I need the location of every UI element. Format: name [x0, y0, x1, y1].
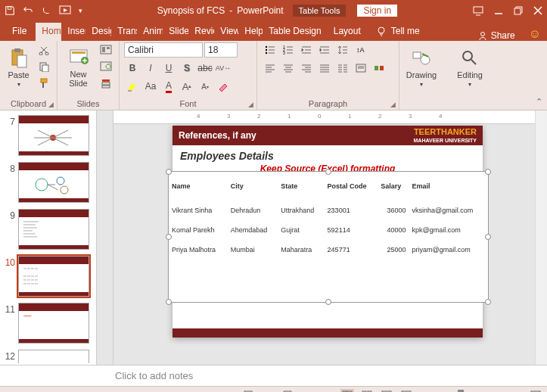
ribbon-tabs: File Home Insert Design Transitions Anim…: [0, 21, 547, 41]
smartart-icon[interactable]: [371, 61, 387, 76]
new-slide-button[interactable]: New Slide: [62, 42, 95, 92]
tell-me[interactable]: Tell me: [370, 23, 426, 41]
resize-handle[interactable]: [166, 234, 172, 240]
thumb-11[interactable]: 11━━━━━: [0, 301, 96, 348]
undo-icon[interactable]: [23, 5, 33, 16]
tab-slideshow[interactable]: Slide Show: [163, 23, 188, 41]
minimize-icon[interactable]: [494, 6, 503, 15]
underline-icon[interactable]: U: [160, 61, 177, 76]
normal-view-icon[interactable]: [340, 389, 354, 393]
thumb-8[interactable]: 8: [0, 160, 96, 207]
grow-font-icon[interactable]: A▴: [179, 79, 195, 94]
group-font: B I U S abc AV↔ Aa A A▴ A▾ Font◢: [120, 41, 257, 110]
svg-rect-33: [380, 66, 384, 70]
notes-pane[interactable]: Click to add notes: [0, 365, 547, 386]
align-center-icon[interactable]: [280, 61, 297, 76]
redo-icon[interactable]: [41, 5, 51, 16]
save-icon[interactable]: [5, 5, 15, 16]
indent-dec-icon[interactable]: [298, 42, 315, 58]
tab-file[interactable]: File: [3, 23, 36, 41]
resize-handle[interactable]: [325, 299, 331, 305]
close-icon[interactable]: [533, 6, 542, 15]
status-bar: Slide 10 of 12 Notes Comments − + 70%: [0, 386, 547, 392]
align-right-icon[interactable]: [298, 61, 315, 76]
group-clipboard: Paste▾ Clipboard◢: [0, 41, 57, 110]
start-from-beginning-icon[interactable]: [59, 5, 71, 16]
collapse-ribbon-icon[interactable]: ⌃: [536, 97, 542, 107]
feedback-emoji-icon[interactable]: ☺: [529, 27, 541, 41]
bullets-icon[interactable]: [262, 42, 278, 58]
svg-rect-15: [72, 51, 85, 54]
thumb-12[interactable]: 12: [0, 348, 96, 363]
thumb-9[interactable]: 9━━━━━━━━━━━━━━━━━━━━━━━━━━━━━━━━━━━━━━━…: [0, 207, 96, 254]
drawing-button[interactable]: Drawing▾: [404, 42, 439, 92]
tab-table-design[interactable]: Table Design: [263, 23, 327, 41]
font-color-icon[interactable]: A: [160, 79, 177, 94]
vertical-scrollbar[interactable]: [535, 110, 547, 365]
font-name-select[interactable]: [124, 42, 203, 58]
layout-icon[interactable]: [98, 42, 114, 58]
bold-icon[interactable]: B: [124, 61, 141, 76]
columns-icon[interactable]: [334, 61, 351, 76]
share-icon: [477, 30, 488, 41]
strike-icon[interactable]: abc: [197, 61, 213, 76]
svg-rect-34: [413, 52, 421, 58]
highlight-icon[interactable]: [124, 79, 141, 94]
resize-handle[interactable]: [485, 299, 491, 305]
tab-review[interactable]: Review: [188, 23, 214, 41]
tab-animations[interactable]: Animations: [137, 23, 163, 41]
dialog-launcher-icon[interactable]: ◢: [390, 101, 396, 108]
resize-handle[interactable]: [485, 234, 491, 240]
tab-transitions[interactable]: Transitions: [111, 23, 137, 41]
tab-view[interactable]: View: [214, 23, 238, 41]
align-text-icon[interactable]: [353, 61, 369, 76]
section-icon[interactable]: [98, 76, 114, 91]
format-painter-icon[interactable]: [36, 76, 52, 91]
tab-insert[interactable]: Insert: [61, 23, 85, 41]
sign-in-button[interactable]: Sign in: [356, 4, 398, 17]
thumb-10[interactable]: 10━━ ━━ ━━ ━━━━ ━━ ━━ ━━━━ ━━ ━━ ━━━━ ━━…: [0, 254, 96, 301]
italic-icon[interactable]: I: [142, 61, 159, 76]
resize-handle[interactable]: [325, 169, 331, 175]
slideshow-view-icon[interactable]: [399, 389, 413, 393]
resize-handle[interactable]: [166, 169, 172, 175]
context-tab-label: Table Tools: [293, 5, 347, 17]
svg-text:↕A: ↕A: [356, 46, 365, 54]
dialog-launcher-icon[interactable]: ◢: [48, 101, 54, 108]
thumb-7[interactable]: 7: [0, 114, 96, 160]
tab-home[interactable]: Home: [36, 23, 61, 41]
justify-icon[interactable]: [316, 61, 333, 76]
shrink-font-icon[interactable]: A▾: [197, 79, 213, 94]
ribbon-options-icon[interactable]: [473, 5, 483, 16]
reset-icon[interactable]: [98, 59, 114, 74]
tab-help[interactable]: Help: [238, 23, 263, 41]
line-spacing-icon[interactable]: [334, 42, 351, 58]
resize-handle[interactable]: [485, 169, 491, 175]
sorter-view-icon[interactable]: [360, 389, 374, 393]
copy-icon[interactable]: [36, 59, 52, 74]
numbering-icon[interactable]: 123: [280, 42, 297, 58]
resize-handle[interactable]: [166, 299, 172, 305]
editing-button[interactable]: Editing▾: [452, 42, 487, 92]
reading-view-icon[interactable]: [380, 389, 393, 393]
text-direction-icon[interactable]: ↕A: [353, 42, 369, 58]
svg-rect-23: [102, 86, 110, 88]
spacing-icon[interactable]: AV↔: [215, 61, 232, 76]
restore-icon[interactable]: [514, 6, 523, 15]
group-paragraph: 123 ↕A Paragraph◢: [257, 41, 399, 110]
change-case-icon[interactable]: Aa: [142, 79, 159, 94]
ribbon: Paste▾ Clipboard◢ New Slide Slides: [0, 41, 547, 110]
indent-inc-icon[interactable]: [316, 42, 333, 58]
clear-format-icon[interactable]: [215, 79, 232, 94]
svg-rect-8: [17, 55, 26, 67]
share-button[interactable]: Share: [477, 30, 521, 41]
align-left-icon[interactable]: [262, 61, 278, 76]
selected-table[interactable]: NameCityStatePostal CodeSalaryEmail Vikr…: [168, 171, 489, 303]
shadow-icon[interactable]: S: [179, 61, 195, 76]
tab-layout[interactable]: Layout: [328, 23, 367, 41]
dialog-launcher-icon[interactable]: ◢: [248, 101, 253, 108]
tab-design[interactable]: Design: [85, 23, 111, 41]
font-size-select[interactable]: [204, 42, 238, 58]
paste-button[interactable]: Paste▾: [5, 42, 33, 92]
cut-icon[interactable]: [36, 42, 52, 58]
